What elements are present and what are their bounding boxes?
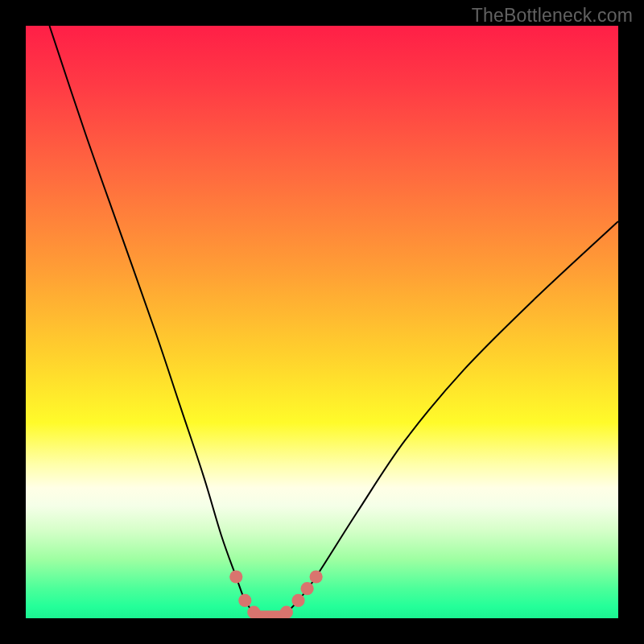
highlight-dot xyxy=(280,606,293,618)
bottleneck-curve xyxy=(49,26,618,618)
highlight-dot xyxy=(301,582,314,595)
chart-svg xyxy=(26,26,618,618)
watermark-text: TheBottleneck.com xyxy=(472,5,633,27)
chart-frame: TheBottleneck.com xyxy=(0,0,644,644)
highlight-dot xyxy=(229,570,242,583)
highlight-dot xyxy=(291,594,304,607)
highlight-dot xyxy=(310,570,323,583)
highlight-dot xyxy=(238,594,251,607)
plot-area xyxy=(26,26,618,618)
